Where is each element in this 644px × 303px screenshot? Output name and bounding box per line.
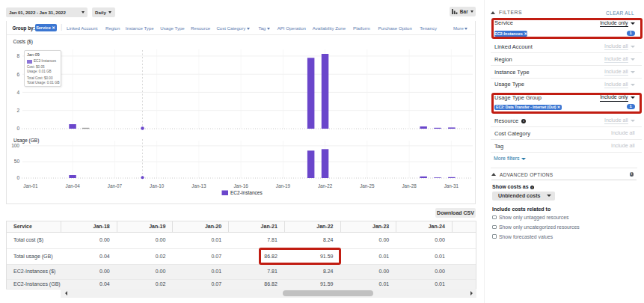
svg-text:Jan-13: Jan-13 (191, 183, 206, 189)
svg-text:2: 2 (16, 108, 19, 113)
svg-text:Jan-25: Jan-25 (360, 183, 375, 189)
svg-text:Jan-22: Jan-22 (318, 183, 333, 189)
svg-text:0: 0 (16, 126, 19, 131)
svg-text:50: 50 (14, 159, 20, 164)
svg-text:Jan-31: Jan-31 (444, 183, 459, 189)
svg-text:Jan-10: Jan-10 (150, 183, 165, 189)
svg-text:6: 6 (16, 72, 19, 77)
svg-text:100: 100 (11, 143, 19, 148)
svg-text:8: 8 (16, 53, 19, 58)
svg-text:Jan-28: Jan-28 (402, 183, 417, 189)
svg-text:Jan-16: Jan-16 (233, 183, 248, 189)
svg-text:Jan-19: Jan-19 (276, 183, 291, 189)
svg-text:4: 4 (16, 90, 19, 95)
svg-text:Jan-04: Jan-04 (66, 183, 81, 189)
svg-text:EC2-Instances: EC2-Instances (230, 190, 263, 195)
svg-text:Jan-07: Jan-07 (108, 183, 123, 189)
svg-text:Jan-01: Jan-01 (23, 183, 38, 189)
svg-text:0: 0 (16, 175, 19, 180)
